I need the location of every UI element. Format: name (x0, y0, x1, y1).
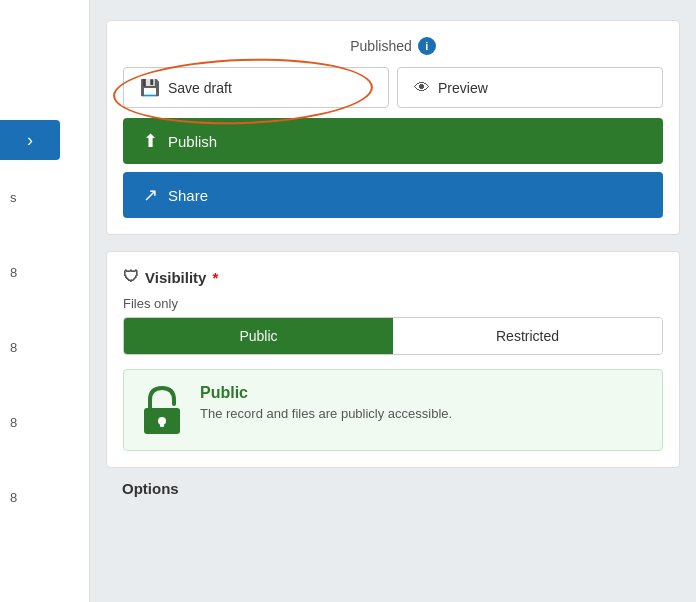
save-icon: 💾 (140, 78, 160, 97)
save-draft-button[interactable]: 💾 Save draft (123, 67, 389, 108)
sidebar-label-2: 8 (10, 265, 17, 280)
publish-card-header: Published i (123, 37, 663, 55)
visibility-label: Visibility (145, 269, 206, 286)
public-description: The record and files are publicly access… (200, 406, 452, 421)
lock-open-icon (142, 386, 182, 434)
published-status-label: Published (350, 38, 412, 54)
files-only-label: Files only (123, 296, 663, 311)
toggle-restricted-button[interactable]: Restricted (393, 318, 662, 354)
public-title: Public (200, 384, 452, 402)
main-content: Published i 💾 Save draft 👁 Preview ⬆ Pub… (90, 0, 696, 602)
share-label: Share (168, 187, 208, 204)
preview-label: Preview (438, 80, 488, 96)
options-section-label: Options (106, 468, 680, 497)
sidebar-label-1: s (10, 190, 17, 205)
public-info-text: Public The record and files are publicly… (200, 384, 452, 421)
sidebar-label-3: 8 (10, 340, 17, 355)
share-button[interactable]: ↗ Share (123, 172, 663, 218)
publish-icon: ⬆ (143, 130, 158, 152)
sidebar-labels: s 8 8 8 8 (0, 190, 17, 505)
publish-label: Publish (168, 133, 217, 150)
info-icon[interactable]: i (418, 37, 436, 55)
shield-icon: 🛡 (123, 268, 139, 286)
save-preview-row: 💾 Save draft 👁 Preview (123, 67, 663, 108)
sidebar-label-4: 8 (10, 415, 17, 430)
button-row-top: 💾 Save draft 👁 Preview (123, 67, 663, 108)
required-marker: * (212, 269, 218, 286)
public-info-box: Public The record and files are publicly… (123, 369, 663, 451)
svg-rect-2 (160, 421, 164, 427)
save-draft-label: Save draft (168, 80, 232, 96)
preview-button[interactable]: 👁 Preview (397, 67, 663, 108)
share-icon: ↗ (143, 184, 158, 206)
publish-button[interactable]: ⬆ Publish (123, 118, 663, 164)
sidebar-label-5: 8 (10, 490, 17, 505)
publish-card: Published i 💾 Save draft 👁 Preview ⬆ Pub… (106, 20, 680, 235)
chevron-right-icon: › (27, 130, 33, 151)
visibility-card: 🛡 Visibility * Files only Public Restric… (106, 251, 680, 468)
eye-icon: 👁 (414, 79, 430, 97)
sidebar-toggle[interactable]: › (0, 120, 60, 160)
visibility-toggle-group: Public Restricted (123, 317, 663, 355)
toggle-public-button[interactable]: Public (124, 318, 393, 354)
sidebar: › s 8 8 8 8 (0, 0, 90, 602)
visibility-title: 🛡 Visibility * (123, 268, 663, 286)
lock-icon-wrapper (138, 384, 186, 436)
